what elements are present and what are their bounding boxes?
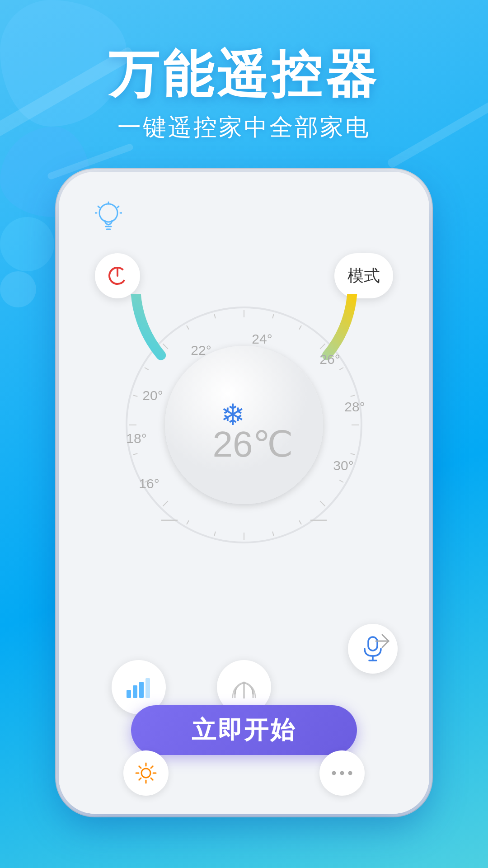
svg-text:—: —	[161, 509, 178, 528]
svg-text:26°: 26°	[319, 352, 340, 367]
svg-line-5	[117, 206, 119, 208]
bottom-row	[59, 750, 429, 796]
svg-line-19	[339, 480, 343, 482]
svg-line-30	[133, 395, 138, 396]
svg-line-14	[320, 344, 325, 349]
svg-text:20°: 20°	[142, 388, 163, 403]
sun-icon	[134, 761, 158, 785]
phone-content: 模式	[59, 172, 429, 814]
svg-line-18	[351, 453, 355, 455]
svg-line-20	[320, 501, 325, 506]
sub-title: 一键遥控家中全部家电	[117, 112, 371, 143]
start-button[interactable]: 立即开始	[131, 705, 357, 755]
svg-line-32	[163, 344, 168, 349]
svg-text:18°: 18°	[126, 431, 146, 446]
svg-line-21	[299, 520, 301, 524]
svg-rect-54	[127, 690, 131, 698]
svg-text:26℃: 26℃	[213, 424, 294, 464]
svg-point-70	[332, 771, 336, 775]
svg-line-15	[339, 368, 343, 370]
svg-text:16°: 16°	[139, 476, 159, 491]
svg-line-25	[187, 520, 189, 524]
svg-line-68	[151, 766, 153, 768]
temperature-dial[interactable]: 16° 18° 20° 22° 24° 26° 28° 30° — —	[113, 294, 375, 556]
header-section: 万能遥控器 一键遥控家中全部家电	[0, 0, 488, 190]
svg-line-13	[299, 326, 301, 330]
svg-line-22	[272, 532, 274, 536]
wind-icon-area	[372, 631, 392, 651]
svg-point-72	[348, 771, 352, 775]
sun-button[interactable]	[123, 750, 169, 796]
mode-label: 模式	[347, 265, 380, 287]
svg-line-53	[382, 641, 389, 647]
svg-line-16	[351, 395, 355, 396]
more-button[interactable]	[319, 750, 365, 796]
svg-text:24°: 24°	[252, 331, 272, 346]
svg-line-26	[163, 501, 168, 506]
svg-line-28	[133, 453, 138, 455]
svg-text:30°: 30°	[333, 458, 353, 473]
bulb-icon-button[interactable]	[90, 199, 127, 235]
svg-line-66	[139, 766, 141, 768]
start-button-label: 立即开始	[192, 714, 296, 747]
main-title: 万能遥控器	[108, 47, 380, 102]
mode-button[interactable]: 模式	[334, 253, 393, 298]
bulb-icon	[95, 201, 122, 233]
bg-decoration-3	[0, 217, 54, 271]
power-button[interactable]	[95, 253, 140, 298]
svg-point-71	[340, 771, 344, 775]
svg-line-31	[145, 368, 149, 370]
svg-line-4	[98, 206, 99, 208]
svg-line-33	[187, 326, 189, 330]
svg-line-67	[151, 778, 153, 780]
svg-line-24	[214, 532, 216, 536]
svg-line-12	[272, 314, 274, 319]
wind-icon	[372, 631, 392, 651]
bg-decoration-4	[0, 271, 36, 307]
svg-point-0	[99, 204, 117, 222]
bars-icon	[126, 676, 152, 698]
svg-text:—: —	[310, 509, 327, 528]
power-icon	[106, 264, 129, 287]
phone-mockup: 模式	[59, 172, 429, 814]
svg-rect-55	[133, 685, 137, 698]
svg-line-69	[139, 778, 141, 780]
fan-icon	[230, 676, 258, 698]
svg-point-61	[141, 769, 150, 778]
dots-icon	[330, 769, 354, 778]
svg-line-52	[382, 635, 389, 641]
svg-rect-57	[145, 678, 150, 698]
svg-rect-56	[139, 682, 144, 698]
dial-svg: 16° 18° 20° 22° 24° 26° 28° 30° — —	[113, 294, 375, 556]
svg-text:28°: 28°	[344, 399, 365, 414]
svg-line-34	[214, 314, 216, 319]
